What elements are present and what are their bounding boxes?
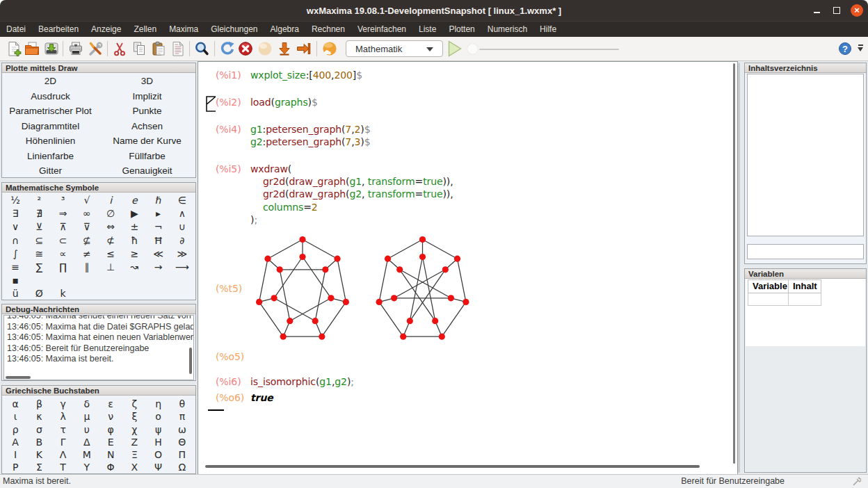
greek-letter-button[interactable]: ε [99,398,122,410]
greek-letter-button[interactable]: ρ [3,423,27,436]
toc-pane-header[interactable]: Inhaltsverzeichnis [745,63,866,73]
greek-letter-button[interactable]: Φ [99,461,122,473]
greek-letter-button[interactable]: ι [3,410,27,423]
print-document-button[interactable] [67,40,84,57]
symbol-button[interactable]: ∪ [170,220,194,234]
greek-letter-button[interactable]: ν [99,410,122,423]
title-bar[interactable]: wxMaxima 19.08.1-DevelopmentSnapshot [ l… [0,0,868,21]
draw-button-name-der-kurve[interactable]: Name der Kurve [99,133,195,149]
paste-button[interactable] [150,40,167,57]
draw-button-2d[interactable]: 2D [2,74,99,89]
greek-letter-button[interactable]: A [3,436,27,448]
greek-letter-button[interactable]: κ [27,410,51,423]
greek-letter-button[interactable]: ψ [147,423,170,436]
select-all-button[interactable] [170,40,186,57]
greek-letter-button[interactable]: B [27,436,51,448]
input-mode-select[interactable]: Mathematik [346,40,443,57]
menu-datei[interactable]: Datei [0,22,32,38]
greek-letter-button[interactable]: Z [122,436,146,448]
greek-pane-header[interactable]: Griechische Buchstaben [2,386,195,396]
toc-tree[interactable] [747,74,864,236]
interrupt-maxima-button[interactable] [237,40,254,57]
input-code[interactable]: wxplot_size:[400,200]$ [250,69,362,81]
greek-letter-button[interactable]: α [3,398,27,410]
symbol-button[interactable]: ∥ [75,261,99,274]
input-code[interactable]: is_isomorphic(g1,g2); [250,375,354,388]
symbol-button[interactable]: ≥ [122,247,146,261]
greek-letter-button[interactable]: Ψ [147,461,170,473]
greek-letter-button[interactable]: χ [122,423,146,436]
menu-maxima[interactable]: Maxima [163,22,204,38]
close-button[interactable]: × [851,4,863,17]
evaluate-cell-button[interactable] [276,40,293,57]
restart-maxima-button[interactable] [219,40,236,57]
draw-button-3d[interactable]: 3D [99,74,195,89]
greek-letter-button[interactable]: ζ [122,398,146,410]
symbol-button[interactable]: ⊈ [75,234,99,247]
maxima-ball-button[interactable] [321,40,338,57]
greek-letter-button[interactable]: σ [27,423,51,436]
cut-button[interactable] [111,40,128,57]
configure-button[interactable] [87,40,104,57]
variables-cell[interactable] [748,293,789,306]
symbol-button[interactable]: ⊻ [27,220,51,234]
worksheet-vscrollbar[interactable] [733,63,735,464]
greek-letter-button[interactable]: P [3,461,27,473]
draw-button-achsen[interactable]: Achsen [99,119,195,134]
debug-hscrollbar[interactable] [6,376,31,379]
toc-filter-input[interactable] [747,244,864,259]
symbol-button[interactable]: ± [122,220,146,234]
greek-letter-button[interactable]: π [170,410,194,423]
menu-numerisch[interactable]: Numerisch [481,22,533,38]
find-button[interactable] [193,40,210,57]
wxdraw-figure[interactable] [250,234,487,347]
draw-button-parametrischer-plot[interactable]: Parametrischer Plot [2,104,99,119]
symbol-button[interactable]: ≅ [27,247,51,261]
greek-letter-button[interactable]: τ [51,423,75,436]
symbol-button[interactable]: ⊂ [51,234,75,247]
greek-letter-button[interactable]: ω [170,423,194,436]
symbol-button[interactable]: ▶ [122,207,146,220]
variables-column-header[interactable]: Variable [748,280,789,293]
symbol-button[interactable]: Ø [27,287,51,300]
greek-letter-button[interactable]: Σ [27,461,51,473]
input-code[interactable]: load(graphs)$ [250,96,318,108]
symbol-button[interactable]: ∃ [3,207,27,220]
greek-letter-button[interactable]: N [99,448,122,461]
greek-letter-button[interactable]: I [3,448,27,461]
draw-pane-header[interactable]: Plotte mittels Draw [2,63,195,73]
jump-to-input-button[interactable] [295,40,312,57]
greek-letter-button[interactable]: Γ [51,436,75,448]
input-code[interactable]: wxdraw(gr2d(draw_graph(g1, transform=tru… [250,163,453,227]
menu-bearbeiten[interactable]: Bearbeiten [32,22,85,38]
symbol-button[interactable]: → [147,261,170,274]
menu-algebra[interactable]: Algebra [264,22,305,38]
symbol-button[interactable]: ∂ [170,234,194,247]
save-document-button[interactable] [43,40,60,57]
symbol-button[interactable]: ∞ [75,207,99,220]
symbol-button[interactable]: ∄ [27,207,51,220]
greek-letter-button[interactable]: Δ [75,436,99,448]
symbol-button[interactable]: ½ [3,194,27,207]
animation-slider-knob[interactable] [467,44,478,54]
draw-button-linienfarbe[interactable]: Linienfarbe [2,149,99,164]
symbol-button[interactable]: ⊼ [51,220,75,234]
menu-vereinfachen[interactable]: Vereinfachen [351,22,412,38]
symbols-pane-header[interactable]: Mathematische Symbole [2,183,195,193]
menu-rechnen[interactable]: Rechnen [305,22,351,38]
worksheet[interactable]: (%i1)wxplot_size:[400,200]$(%i2)load(gra… [198,61,738,474]
play-button[interactable] [448,40,462,57]
symbol-button[interactable]: ∧ [170,207,194,220]
greek-letter-button[interactable]: K [27,448,51,461]
menu-plotten[interactable]: Plotten [442,22,481,38]
draw-button-punkte[interactable]: Punkte [99,104,195,119]
greek-letter-button[interactable]: Λ [51,448,75,461]
symbol-button[interactable]: ∩ [3,234,27,247]
symbol-button[interactable]: ↝ [122,261,146,274]
symbol-button[interactable]: ¬ [147,220,170,234]
draw-button-ausdruck[interactable]: Ausdruck [2,89,99,104]
greek-letter-button[interactable]: H [147,436,170,448]
menu-liste[interactable]: Liste [412,22,442,38]
symbol-button[interactable]: e [122,194,146,207]
symbol-button[interactable]: ∏ [51,261,75,274]
